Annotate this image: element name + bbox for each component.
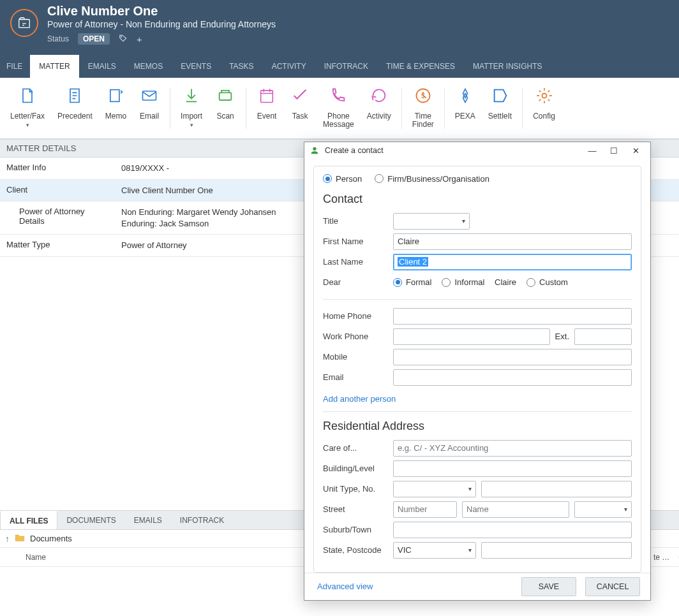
ribbon-task[interactable]: Task <box>283 84 317 121</box>
email-input[interactable] <box>393 369 632 386</box>
label-state: State, Postcode <box>323 545 393 555</box>
ribbon-settleit[interactable]: SettleIt <box>482 84 518 121</box>
app-header: Clive Number One Power of Attorney - Non… <box>0 0 679 55</box>
radio-dear-informal[interactable]: Informal Claire <box>442 277 516 287</box>
bottom-tab-documents[interactable]: DOCUMENTS <box>57 511 124 529</box>
matter-title: Clive Number One <box>47 4 276 18</box>
bottom-tab-emails[interactable]: EMAILS <box>125 511 171 529</box>
status-label: Status <box>47 34 69 43</box>
home-phone-input[interactable] <box>393 308 632 325</box>
ribbon-phone-message[interactable]: Phone Message <box>317 84 361 129</box>
ext-input[interactable] <box>574 328 632 345</box>
building-input[interactable] <box>393 460 632 477</box>
ribbon-import[interactable]: Import▾ <box>174 84 209 129</box>
first-name-input[interactable] <box>393 233 632 250</box>
matter-icon <box>10 9 38 37</box>
menu-tab-file[interactable]: FILE <box>0 55 30 78</box>
label-building: Building/Level <box>323 464 393 473</box>
radio-dear-custom[interactable]: Custom <box>526 277 568 287</box>
plus-icon[interactable]: + <box>137 34 142 45</box>
state-combo[interactable]: VIC▾ <box>393 542 476 559</box>
ribbon-config[interactable]: Config <box>526 84 562 121</box>
mobile-input[interactable] <box>393 349 632 365</box>
tag-icon[interactable] <box>119 34 128 45</box>
ribbon-email[interactable]: Email <box>133 84 166 121</box>
title-combo[interactable]: ▾ <box>393 213 470 230</box>
radio-firm[interactable]: Firm/Business/Organisation <box>375 174 489 184</box>
ribbon-activity[interactable]: Activity <box>361 84 398 121</box>
bottom-tab-infotrack[interactable]: INFOTRACK <box>171 511 233 529</box>
street-type-combo[interactable]: ▾ <box>574 501 632 518</box>
ribbon-time-finder[interactable]: $ Time Finder <box>406 84 440 129</box>
postcode-input[interactable] <box>481 542 632 559</box>
svg-rect-5 <box>261 91 273 103</box>
suburb-input[interactable] <box>393 522 632 538</box>
folder-icon <box>15 533 25 544</box>
create-contact-dialog: Create a contact — ☐ ✕ Person Firm/Busin… <box>304 142 651 601</box>
care-of-input[interactable] <box>393 440 632 457</box>
label-work-phone: Work Phone <box>323 332 393 341</box>
menu-tab-events[interactable]: EVENTS <box>172 55 220 78</box>
up-arrow-icon[interactable]: ↑ <box>5 534 10 544</box>
col-right[interactable]: te m... <box>647 553 679 562</box>
menu-tab-memos[interactable]: MEMOS <box>125 55 172 78</box>
bottom-tab-all-files[interactable]: ALL FILES <box>0 511 57 529</box>
svg-rect-4 <box>220 92 232 100</box>
ribbon-event[interactable]: Event <box>250 84 283 121</box>
menu-tabs: FILE MATTER EMAILS MEMOS EVENTS TASKS AC… <box>0 55 679 78</box>
label-title: Title <box>323 216 393 226</box>
svg-point-1 <box>121 36 122 37</box>
last-name-input[interactable]: Client 2 <box>393 254 632 270</box>
contact-heading: Contact <box>323 193 632 206</box>
dialog-titlebar[interactable]: Create a contact — ☐ ✕ <box>304 142 650 159</box>
menu-tab-time-expenses[interactable]: TIME & EXPENSES <box>377 55 464 78</box>
label-suburb: Suburb/Town <box>323 525 393 534</box>
cancel-button[interactable]: CANCEL <box>585 577 640 596</box>
person-icon <box>310 145 320 156</box>
street-name-input[interactable] <box>462 501 569 518</box>
label-last-name: Last Name <box>323 257 393 267</box>
menu-tab-matter[interactable]: MATTER <box>30 55 78 78</box>
radio-person[interactable]: Person <box>323 174 362 184</box>
menu-tab-matter-insights[interactable]: MATTER INSIGHTS <box>464 55 551 78</box>
menu-tab-emails[interactable]: EMAILS <box>79 55 125 78</box>
dialog-footer: Advanced view SAVE CANCEL <box>304 573 650 600</box>
unit-no-input[interactable] <box>481 481 632 497</box>
label-mobile: Mobile <box>323 352 393 362</box>
ribbon: Letter/Fax▾ Precedent Memo Email Import▾… <box>0 78 679 139</box>
svg-text:$: $ <box>421 91 426 99</box>
minimize-icon[interactable]: — <box>583 143 602 158</box>
close-icon[interactable]: ✕ <box>626 143 645 158</box>
dialog-title: Create a contact <box>325 146 583 155</box>
menu-tab-tasks[interactable]: TASKS <box>220 55 262 78</box>
ribbon-precedent[interactable]: Precedent <box>51 84 99 121</box>
street-number-input[interactable] <box>393 501 457 518</box>
label-street: Street <box>323 504 393 514</box>
ribbon-letter-fax[interactable]: Letter/Fax▾ <box>4 84 51 129</box>
radio-dear-formal[interactable]: Formal <box>393 277 431 287</box>
menu-tab-activity[interactable]: ACTIVITY <box>263 55 315 78</box>
label-care-of: Care of... <box>323 443 393 453</box>
svg-rect-2 <box>110 90 119 102</box>
ribbon-memo[interactable]: Memo <box>99 84 133 121</box>
add-another-person-link[interactable]: Add another person <box>323 394 396 404</box>
label-ext: Ext. <box>555 332 569 341</box>
label-home-phone: Home Phone <box>323 311 393 321</box>
ribbon-pexa[interactable]: PEXA <box>449 84 482 121</box>
matter-subtitle: Power of Attorney - Non Enduring and End… <box>47 19 276 29</box>
svg-point-8 <box>542 94 546 98</box>
work-phone-input[interactable] <box>393 328 550 345</box>
label-dear: Dear <box>323 277 393 287</box>
advanced-view-link[interactable]: Advanced view <box>317 582 373 591</box>
ribbon-scan[interactable]: Scan <box>209 84 242 121</box>
status-badge[interactable]: OPEN <box>78 33 110 45</box>
label-unit: Unit Type, No. <box>323 484 393 494</box>
save-button[interactable]: SAVE <box>521 577 576 596</box>
unit-type-combo[interactable]: ▾ <box>393 481 476 497</box>
label-first-name: First Name <box>323 237 393 246</box>
bottom-path-text[interactable]: Documents <box>30 534 72 543</box>
maximize-icon[interactable]: ☐ <box>604 143 623 158</box>
menu-tab-infotrack[interactable]: INFOTRACK <box>315 55 377 78</box>
svg-rect-3 <box>143 91 156 100</box>
residential-heading: Residential Address <box>323 420 632 433</box>
